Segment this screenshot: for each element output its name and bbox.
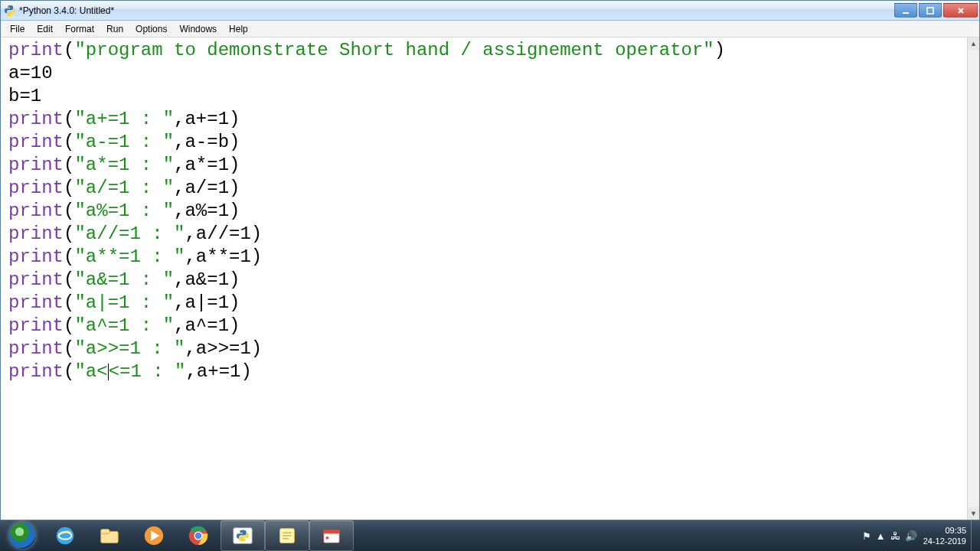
svg-rect-16: [324, 530, 340, 534]
scroll-up-icon[interactable]: ▲: [968, 37, 979, 50]
svg-point-0: [8, 5, 8, 6]
tray-volume-icon[interactable]: 🔊: [905, 530, 917, 542]
tray-time: 09:35: [923, 525, 966, 536]
taskbar[interactable]: ⚑ ▲ 🖧 🔊 09:35 24-12-2019: [0, 520, 980, 551]
svg-point-12: [195, 533, 201, 539]
menu-edit[interactable]: Edit: [31, 22, 59, 36]
menu-format[interactable]: Format: [59, 22, 100, 36]
window-title: *Python 3.4.0: Untitled*: [19, 5, 114, 16]
menu-help[interactable]: Help: [223, 22, 254, 36]
menubar: File Edit Format Run Options Windows Hel…: [1, 21, 979, 37]
close-button[interactable]: [943, 3, 978, 18]
titlebar[interactable]: *Python 3.4.0: Untitled*: [1, 1, 979, 21]
tray-flag-icon[interactable]: ⚑: [862, 530, 871, 542]
taskbar-wmp[interactable]: [132, 520, 176, 551]
menu-file[interactable]: File: [4, 22, 31, 36]
python-icon: [4, 5, 16, 17]
taskbar-ie[interactable]: [43, 520, 87, 551]
idle-window: *Python 3.4.0: Untitled* File Edit Forma…: [0, 0, 980, 520]
svg-rect-3: [927, 8, 933, 14]
tray-network-icon[interactable]: 🖧: [890, 530, 900, 542]
svg-point-17: [326, 536, 329, 540]
menu-windows[interactable]: Windows: [173, 22, 223, 36]
vertical-scrollbar[interactable]: ▲ ▼: [967, 37, 979, 520]
taskbar-chrome[interactable]: [176, 520, 220, 551]
svg-point-1: [11, 14, 11, 15]
svg-rect-7: [101, 530, 109, 534]
system-tray[interactable]: ⚑ ▲ 🖧 🔊 09:35 24-12-2019: [862, 520, 980, 551]
minimize-button[interactable]: [894, 3, 917, 18]
maximize-button[interactable]: [919, 3, 942, 18]
scroll-down-icon[interactable]: ▼: [968, 507, 979, 520]
menu-run[interactable]: Run: [100, 22, 129, 36]
taskbar-python[interactable]: [220, 520, 265, 551]
tray-up-icon[interactable]: ▲: [876, 530, 886, 542]
start-button[interactable]: [2, 520, 43, 551]
taskbar-explorer[interactable]: [87, 520, 132, 551]
editor-area[interactable]: print("program to demonstrate Short hand…: [1, 37, 979, 520]
code-content[interactable]: print("program to demonstrate Short hand…: [1, 37, 979, 385]
tray-icons[interactable]: ⚑ ▲ 🖧 🔊: [862, 530, 917, 542]
taskbar-app[interactable]: [309, 520, 354, 551]
show-desktop-button[interactable]: [971, 520, 978, 551]
tray-date: 24-12-2019: [923, 536, 966, 546]
tray-clock[interactable]: 09:35 24-12-2019: [923, 525, 966, 546]
taskbar-notes[interactable]: [265, 520, 309, 551]
windows-orb-icon: [9, 523, 35, 549]
menu-options[interactable]: Options: [129, 22, 173, 36]
svg-rect-2: [903, 12, 909, 14]
